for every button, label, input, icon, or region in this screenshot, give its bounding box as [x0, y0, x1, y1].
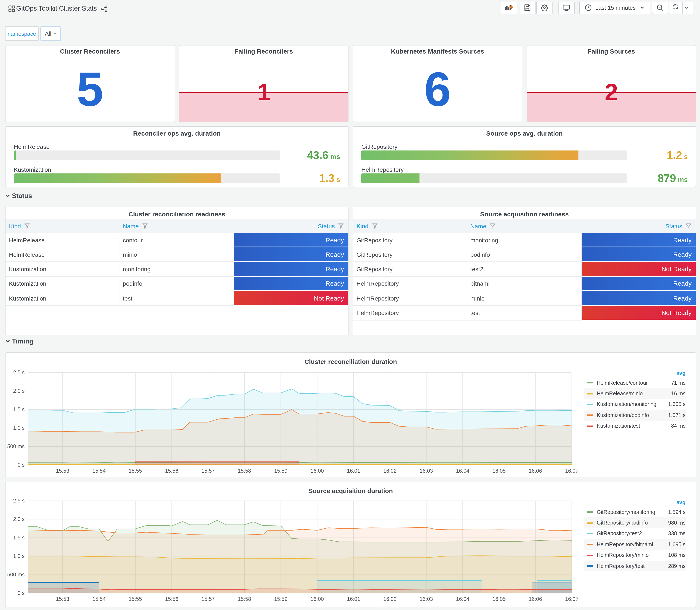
svg-text:15:57: 15:57 [201, 468, 215, 473]
svg-text:15:59: 15:59 [274, 468, 288, 473]
svg-text:16:00: 16:00 [310, 468, 324, 473]
svg-text:16:06: 16:06 [529, 596, 542, 602]
svg-text:15:55: 15:55 [129, 468, 142, 473]
svg-text:16:01: 16:01 [347, 468, 360, 473]
svg-text:16:04: 16:04 [456, 468, 469, 473]
svg-text:0 s: 0 s [18, 462, 25, 468]
svg-text:500 ms: 500 ms [7, 571, 25, 577]
svg-text:15:54: 15:54 [93, 596, 106, 602]
svg-text:16:03: 16:03 [420, 596, 433, 602]
svg-text:16:05: 16:05 [492, 468, 506, 473]
svg-text:1.0 s: 1.0 s [13, 553, 25, 559]
svg-text:16:02: 16:02 [384, 596, 397, 602]
svg-text:15:58: 15:58 [238, 468, 251, 473]
svg-text:2.5 s: 2.5 s [13, 369, 25, 375]
svg-text:16:05: 16:05 [492, 596, 506, 602]
svg-text:16:07: 16:07 [565, 468, 579, 473]
svg-text:1.5 s: 1.5 s [13, 406, 25, 412]
svg-text:16:00: 16:00 [310, 596, 324, 602]
svg-text:16:06: 16:06 [529, 468, 542, 473]
svg-text:1.0 s: 1.0 s [13, 425, 25, 431]
svg-text:15:56: 15:56 [165, 468, 179, 473]
svg-text:15:53: 15:53 [56, 596, 69, 602]
svg-text:16:03: 16:03 [420, 468, 433, 473]
svg-text:15:57: 15:57 [201, 596, 215, 602]
svg-text:15:55: 15:55 [129, 596, 142, 602]
svg-text:15:53: 15:53 [56, 468, 69, 473]
svg-text:16:01: 16:01 [347, 596, 360, 602]
svg-text:15:54: 15:54 [93, 468, 106, 473]
svg-text:15:56: 15:56 [165, 596, 179, 602]
svg-text:15:58: 15:58 [238, 596, 251, 602]
svg-text:2.0 s: 2.0 s [13, 388, 25, 394]
svg-text:16:02: 16:02 [384, 468, 397, 473]
svg-text:2.5 s: 2.5 s [13, 497, 25, 503]
svg-text:16:07: 16:07 [565, 596, 579, 602]
svg-text:0 s: 0 s [18, 590, 25, 596]
svg-text:1.5 s: 1.5 s [13, 534, 25, 540]
svg-text:500 ms: 500 ms [7, 443, 25, 449]
svg-text:2.0 s: 2.0 s [13, 516, 25, 522]
svg-text:16:04: 16:04 [456, 596, 469, 602]
svg-text:15:59: 15:59 [274, 596, 288, 602]
